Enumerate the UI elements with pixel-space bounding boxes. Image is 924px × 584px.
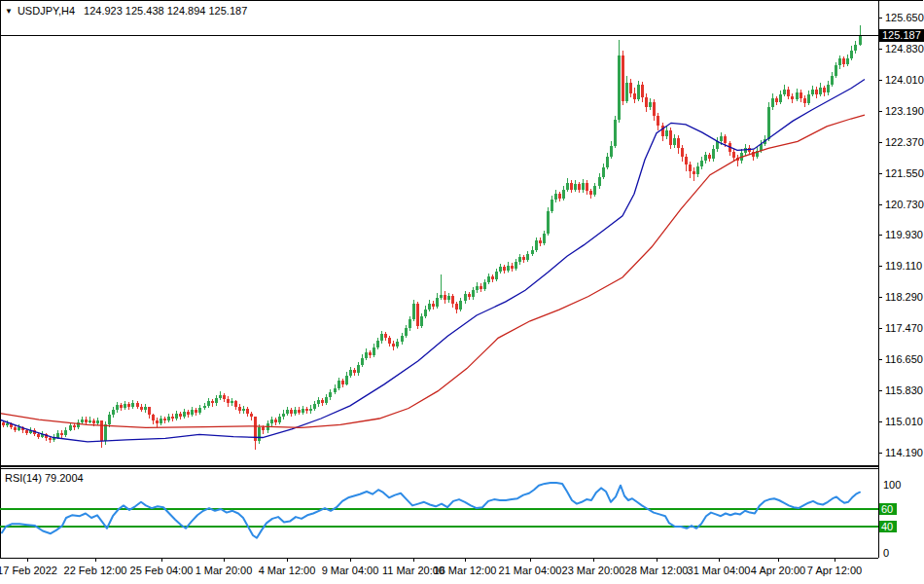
time-axis-label: 28 Mar 12:00 [625,565,689,576]
time-axis-label: 21 Mar 04:00 [499,565,562,576]
pane-borders [0,0,923,559]
time-axis-label: 17 Feb 2022 [0,565,57,576]
ohlc-quote-label: 124.923 125.438 124.894 125.187 [84,5,247,17]
price-axis-label: 125.650 [885,12,924,23]
price-axis-label: 115.010 [885,416,923,427]
ma-slow-line [0,115,865,427]
price-axis-label: 117.470 [885,322,923,334]
candlestick-chart-canvas[interactable]: 125.650124.830124.010123.190122.370121.5… [0,0,924,584]
rsi-axis-label: 100 [883,479,901,491]
price-axis-label: 114.190 [885,447,923,458]
price-axis-label: 122.370 [885,136,924,148]
time-axis-label: 22 Feb 12:00 [64,565,127,576]
rsi-pane[interactable] [0,483,878,538]
price-axis-label: 124.010 [885,74,924,86]
symbol-marker-icon: ▼ [5,6,13,17]
rsi-axis-label: 0 [883,547,889,559]
price-axis-label: 124.830 [885,43,924,55]
time-axis-label: 31 Mar 04:00 [688,565,751,576]
time-axis[interactable]: 17 Feb 202222 Feb 12:0025 Feb 04:001 Mar… [0,558,862,576]
price-axis-label: 115.830 [885,384,923,396]
price-axis-label: 120.730 [885,199,924,210]
rsi-axis-label: 40 [881,521,893,532]
price-axis-label: 123.190 [885,105,924,117]
time-axis-label: 9 Mar 04:00 [322,565,379,576]
rsi-axis-label: 60 [881,503,893,515]
price-axis[interactable]: 125.650124.830124.010123.190122.370121.5… [878,0,924,559]
time-axis-label: 1 Mar 20:00 [195,565,253,576]
main-price-pane[interactable] [0,25,878,450]
current-price-tag: 125.187 [879,29,924,42]
candles [2,25,862,450]
price-axis-label: 119.110 [885,260,922,272]
time-axis-label: 4 Mar 12:00 [259,565,316,576]
time-axis-label: 23 Mar 20:00 [562,565,625,576]
price-axis-label: 121.550 [885,167,924,179]
rsi-line [2,483,860,538]
price-axis-label: 119.930 [885,229,923,240]
symbol-period-label: USDJPY,H4 [18,5,75,17]
price-axis-label: 116.650 [885,353,923,365]
ma-fast-line [0,80,865,442]
time-axis-label: 4 Apr 20:00 [751,565,805,576]
time-axis-label: 25 Feb 04:00 [130,565,194,576]
rsi-indicator-label: RSI(14) 79.2004 [5,472,84,484]
time-axis-label: 16 Mar 12:00 [434,565,497,576]
chart-title: ▼USDJPY,H4124.923 125.438 124.894 125.18… [5,5,247,17]
trading-chart-window: 125.650124.830124.010123.190122.370121.5… [0,0,924,584]
price-axis-label: 118.290 [885,291,923,303]
time-axis-label: 7 Apr 12:00 [807,565,862,576]
